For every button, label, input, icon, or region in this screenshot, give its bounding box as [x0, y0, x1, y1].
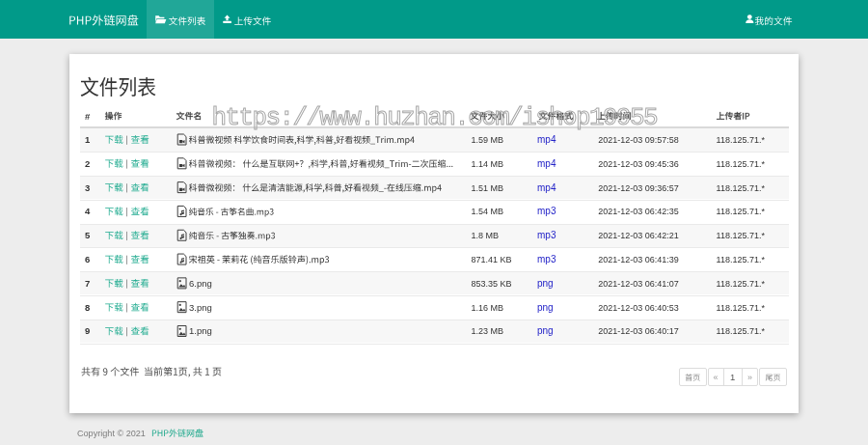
svg-text:2021-12-03 06:40:53: 2021-12-03 06:40:53	[598, 303, 679, 313]
svg-text:853.35 KB: 853.35 KB	[472, 279, 512, 289]
svg-text:4: 4	[85, 206, 91, 216]
svg-text:2021-12-03 06:41:39: 2021-12-03 06:41:39	[598, 255, 679, 264]
svg-text:118.125.71.*: 118.125.71.*	[717, 303, 766, 313]
svg-text:9: 9	[85, 325, 90, 336]
svg-text:118.125.71.*: 118.125.71.*	[717, 183, 766, 193]
svg-text:118.125.71.*: 118.125.71.*	[717, 231, 766, 240]
svg-text:2021-12-03 06:40:17: 2021-12-03 06:40:17	[598, 326, 679, 336]
svg-text:2021-12-03 06:42:35: 2021-12-03 06:42:35	[598, 207, 679, 216]
svg-text:2: 2	[85, 158, 90, 169]
svg-text:5: 5	[85, 230, 91, 240]
svg-text:118.125.71.*: 118.125.71.*	[717, 279, 766, 289]
svg-text:1.23 MB: 1.23 MB	[472, 326, 504, 336]
svg-text:https://www.huzhan.com/ishop19: https://www.huzhan.com/ishop19955	[212, 103, 657, 132]
svg-text:118.125.71.*: 118.125.71.*	[717, 135, 766, 145]
svg-text:2021-12-03 06:42:21: 2021-12-03 06:42:21	[598, 231, 679, 240]
svg-text:mp3: mp3	[537, 206, 556, 216]
svg-text:3: 3	[85, 182, 90, 193]
svg-text:118.125.71.*: 118.125.71.*	[717, 255, 766, 264]
svg-text:Copyright © 2021: Copyright © 2021	[77, 429, 146, 438]
svg-text:png: png	[537, 302, 554, 313]
svg-text:1.51 MB: 1.51 MB	[472, 183, 504, 193]
svg-text:mp4: mp4	[537, 182, 556, 193]
svg-text:2021-12-03 09:57:58: 2021-12-03 09:57:58	[598, 135, 679, 145]
svg-text:1.54 MB: 1.54 MB	[472, 207, 504, 216]
svg-text:»: »	[747, 373, 752, 382]
svg-text:1.8 MB: 1.8 MB	[472, 231, 500, 240]
svg-text:mp3: mp3	[537, 230, 556, 240]
svg-text:6: 6	[85, 254, 90, 264]
svg-text:118.125.71.*: 118.125.71.*	[717, 326, 766, 336]
svg-text:1: 1	[730, 372, 735, 382]
svg-text:png: png	[537, 325, 554, 336]
svg-text:871.41 KB: 871.41 KB	[472, 255, 512, 264]
svg-text:mp3: mp3	[537, 254, 556, 264]
svg-text:1: 1	[85, 134, 91, 145]
svg-text:1.16 MB: 1.16 MB	[472, 303, 504, 313]
svg-text:3.png: 3.png	[189, 302, 212, 313]
svg-text:8: 8	[85, 302, 90, 313]
svg-text:1.png: 1.png	[189, 325, 212, 336]
svg-text:mp4: mp4	[537, 134, 556, 145]
svg-text:#: #	[85, 111, 91, 122]
svg-text:2021-12-03 09:36:57: 2021-12-03 09:36:57	[598, 183, 679, 193]
svg-text:2021-12-03 06:41:07: 2021-12-03 06:41:07	[598, 279, 679, 289]
svg-text:6.png: 6.png	[189, 278, 212, 289]
svg-text:png: png	[537, 278, 554, 289]
svg-text:1.14 MB: 1.14 MB	[472, 159, 504, 169]
svg-text:«: «	[713, 373, 718, 382]
svg-text:7: 7	[85, 278, 90, 289]
svg-text:mp4: mp4	[537, 158, 556, 169]
svg-text:118.125.71.*: 118.125.71.*	[717, 159, 766, 169]
svg-text:1.59 MB: 1.59 MB	[472, 135, 504, 145]
svg-text:118.125.71.*: 118.125.71.*	[717, 207, 766, 216]
svg-text:2021-12-03 09:45:36: 2021-12-03 09:45:36	[598, 159, 679, 169]
